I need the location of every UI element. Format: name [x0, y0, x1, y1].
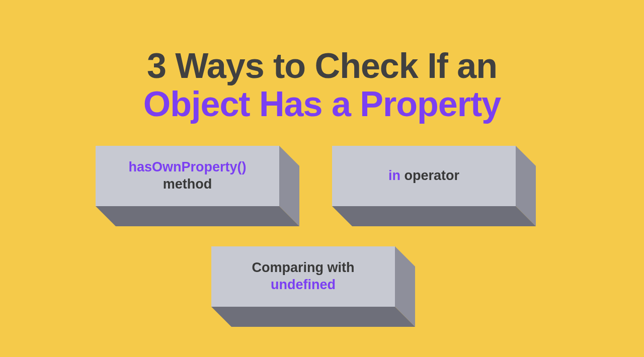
block-text-dark: method: [163, 176, 212, 193]
block-face: Comparing with undefined: [211, 246, 395, 307]
block-undefined: Comparing with undefined: [211, 246, 395, 307]
block-text-dark: operator: [400, 168, 459, 183]
block-in-operator: in operator: [332, 146, 516, 206]
block-bottom: [332, 206, 536, 226]
block-text-purple: in: [388, 168, 400, 183]
block-text-purple: hasOwnProperty(): [128, 159, 246, 174]
block-hasownproperty: hasOwnProperty() method: [96, 146, 279, 206]
title-line-2: Object Has a Property: [0, 86, 644, 123]
block-text-purple: undefined: [271, 277, 336, 294]
title-line-1: 3 Ways to Check If an: [0, 48, 644, 85]
block-face: hasOwnProperty() method: [96, 146, 279, 206]
title: 3 Ways to Check If an Object Has a Prope…: [0, 48, 644, 123]
block-face: in operator: [332, 146, 516, 206]
block-text-dark: Comparing with: [252, 259, 355, 277]
block-bottom: [211, 307, 415, 327]
block-bottom: [96, 206, 299, 226]
